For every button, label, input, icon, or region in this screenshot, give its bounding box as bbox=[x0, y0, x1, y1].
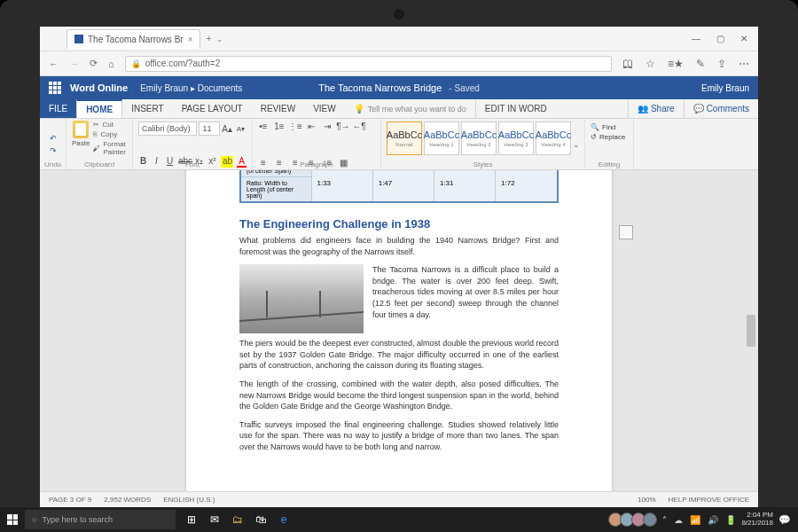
style-heading-4[interactable]: AaBbCcHeading 4 bbox=[536, 121, 571, 155]
wifi-icon[interactable]: 📶 bbox=[690, 515, 700, 525]
ribbon: ↶ ↷ Undo Paste ✂Cut ⎘Copy 🖌Format Painte… bbox=[40, 119, 758, 170]
style-heading-1[interactable]: AaBbCcHeading 1 bbox=[424, 121, 459, 155]
increase-indent-icon[interactable]: ⇥ bbox=[322, 121, 332, 131]
tab-file[interactable]: FILE bbox=[40, 99, 76, 118]
undo-icon[interactable]: ↶ bbox=[50, 134, 57, 143]
new-tab-button[interactable]: + bbox=[206, 34, 211, 43]
comments-button[interactable]: 💬Comments bbox=[684, 99, 758, 118]
mail-icon[interactable]: ✉ bbox=[204, 507, 225, 532]
table-cell: 1:31 bbox=[434, 170, 495, 202]
paste-button[interactable]: Paste bbox=[72, 121, 90, 156]
document-title[interactable]: The Tacoma Narrows Bridge- Saved bbox=[318, 82, 480, 93]
taskbar-search[interactable]: ○Type here to search bbox=[25, 510, 176, 529]
tab-page-layout[interactable]: PAGE LAYOUT bbox=[173, 99, 252, 118]
replace-icon: ↺ bbox=[591, 133, 597, 141]
minimize-window-icon[interactable]: — bbox=[692, 34, 700, 43]
font-family-select[interactable]: Calibri (Body) bbox=[138, 121, 197, 136]
font-size-select[interactable]: 11 bbox=[199, 121, 219, 136]
onedrive-icon[interactable]: ☁ bbox=[674, 515, 683, 525]
page-count[interactable]: PAGE 3 OF 9 bbox=[49, 496, 91, 504]
taskbar-clock[interactable]: 2:04 PM8/21/2018 bbox=[741, 512, 773, 528]
favorite-icon[interactable]: ☆ bbox=[645, 58, 655, 70]
page: (of center Span) 1:33 1:47 1:31 1:72 Rat… bbox=[186, 170, 612, 491]
help-improve-link[interactable]: HELP IMPROVE OFFICE bbox=[669, 496, 749, 504]
data-table[interactable]: (of center Span) 1:33 1:47 1:31 1:72 Rat… bbox=[239, 170, 559, 203]
tab-home[interactable]: HOME bbox=[76, 99, 122, 118]
style-heading-2[interactable]: AaBbCcHeading 2 bbox=[461, 121, 497, 155]
tab-actions-icon[interactable]: ⌄ bbox=[216, 35, 223, 43]
comment-icon: 💬 bbox=[693, 104, 704, 113]
start-button[interactable] bbox=[0, 514, 25, 525]
scrollbar-thumb[interactable] bbox=[747, 315, 755, 347]
shrink-font-icon[interactable]: A▾ bbox=[235, 125, 246, 133]
browser-tab[interactable]: The Tacoma Narrows Br × bbox=[66, 29, 200, 49]
rtl-icon[interactable]: ←¶ bbox=[354, 121, 364, 131]
avatar[interactable] bbox=[643, 512, 657, 527]
bullets-icon[interactable]: •≡ bbox=[258, 121, 269, 131]
volume-icon[interactable]: 🔊 bbox=[708, 515, 718, 525]
edge-icon[interactable]: e bbox=[273, 507, 294, 532]
lock-icon: 🔒 bbox=[131, 59, 141, 68]
style-normal[interactable]: AaBbCcNormal bbox=[387, 121, 422, 155]
forward-icon[interactable]: → bbox=[69, 59, 79, 69]
address-bar[interactable]: 🔒 office.com/?auth=2 bbox=[125, 56, 612, 72]
format-painter-button[interactable]: 🖌Format Painter bbox=[93, 140, 127, 156]
close-tab-icon[interactable]: × bbox=[188, 35, 193, 44]
people-bar[interactable] bbox=[611, 512, 657, 527]
battery-icon[interactable]: 🔋 bbox=[725, 515, 736, 525]
settings-icon[interactable]: ⋯ bbox=[739, 58, 749, 70]
app-launcher-icon[interactable] bbox=[49, 82, 61, 94]
notes-icon[interactable]: ✎ bbox=[696, 58, 705, 70]
browser-tab-strip: The Tacoma Narrows Br × + ⌄ — ▢ ✕ bbox=[40, 27, 758, 51]
ltr-icon[interactable]: ¶→ bbox=[338, 121, 348, 131]
style-heading-3[interactable]: AaBbCcHeading 3 bbox=[498, 121, 534, 155]
tab-review[interactable]: REVIEW bbox=[252, 99, 304, 118]
grow-font-icon[interactable]: A▴ bbox=[222, 124, 233, 134]
document-canvas[interactable]: (of center Span) 1:33 1:47 1:31 1:72 Rat… bbox=[40, 170, 758, 491]
tray-chevron-icon[interactable]: ˄ bbox=[662, 515, 667, 525]
styles-group: AaBbCcNormal AaBbCcHeading 1 AaBbCcHeadi… bbox=[381, 119, 585, 169]
replace-button[interactable]: ↺Replace bbox=[591, 133, 628, 141]
task-view-icon[interactable]: ⊞ bbox=[181, 507, 202, 532]
numbering-icon[interactable]: 1≡ bbox=[274, 121, 285, 131]
paragraph: The piers would be the deepest ever cons… bbox=[239, 338, 559, 372]
ruler-marker[interactable] bbox=[619, 225, 633, 239]
language[interactable]: ENGLISH (U.S.) bbox=[163, 496, 215, 504]
app-name: Word Online bbox=[70, 82, 128, 93]
file-explorer-icon[interactable]: 🗂 bbox=[227, 507, 248, 532]
heading-2: The Engineering Challenge in 1938 bbox=[239, 217, 559, 231]
inline-image[interactable] bbox=[239, 264, 364, 333]
clipboard-group: Paste ✂Cut ⎘Copy 🖌Format Painter Clipboa… bbox=[66, 119, 133, 169]
copy-button[interactable]: ⎘Copy bbox=[93, 130, 127, 138]
refresh-icon[interactable]: ⟳ bbox=[90, 58, 98, 69]
home-icon[interactable]: ⌂ bbox=[108, 59, 114, 69]
tell-me-search[interactable]: 💡Tell me what you want to do bbox=[345, 99, 475, 118]
breadcrumb[interactable]: Emily Braun ▸ Documents bbox=[140, 83, 242, 93]
table-cell: 1:47 bbox=[372, 170, 434, 202]
favorites-hub-icon[interactable]: ≡★ bbox=[668, 58, 684, 70]
paragraph-group: •≡ 1≡ ⋮≡ ⇤ ⇥ ¶→ ←¶ ≡ ≡ ≡ ≡ ↕≡ ▦ Paragrap… bbox=[253, 119, 381, 169]
back-icon[interactable]: ← bbox=[49, 59, 59, 69]
cut-button[interactable]: ✂Cut bbox=[93, 121, 127, 129]
zoom-level[interactable]: 100% bbox=[638, 496, 655, 504]
windows-logo-icon bbox=[7, 514, 18, 525]
edit-in-word-button[interactable]: EDIT IN WORD bbox=[475, 99, 556, 118]
share-page-icon[interactable]: ⇪ bbox=[717, 58, 726, 70]
action-center-icon[interactable]: 💬 bbox=[778, 514, 791, 526]
tab-insert[interactable]: INSERT bbox=[122, 99, 173, 118]
share-button[interactable]: 👥Share bbox=[628, 99, 684, 118]
find-button[interactable]: 🔍Find bbox=[591, 123, 628, 131]
maximize-window-icon[interactable]: ▢ bbox=[716, 34, 724, 43]
multilevel-list-icon[interactable]: ⋮≡ bbox=[290, 121, 301, 131]
reading-view-icon[interactable]: 🕮 bbox=[622, 58, 633, 70]
tab-view[interactable]: VIEW bbox=[304, 99, 345, 118]
word-count[interactable]: 2,952 WORDS bbox=[104, 496, 151, 504]
decrease-indent-icon[interactable]: ⇤ bbox=[306, 121, 317, 131]
brush-icon: 🖌 bbox=[93, 145, 100, 153]
store-icon[interactable]: 🛍 bbox=[250, 507, 271, 532]
windows-taskbar: ○Type here to search ⊞ ✉ 🗂 🛍 e ˄ ☁ 📶 🔊 🔋… bbox=[0, 507, 798, 532]
close-window-icon[interactable]: ✕ bbox=[740, 34, 747, 43]
user-name[interactable]: Emily Braun bbox=[701, 83, 749, 93]
redo-icon[interactable]: ↷ bbox=[50, 146, 57, 155]
styles-more-icon[interactable]: ⌄ bbox=[573, 140, 580, 149]
